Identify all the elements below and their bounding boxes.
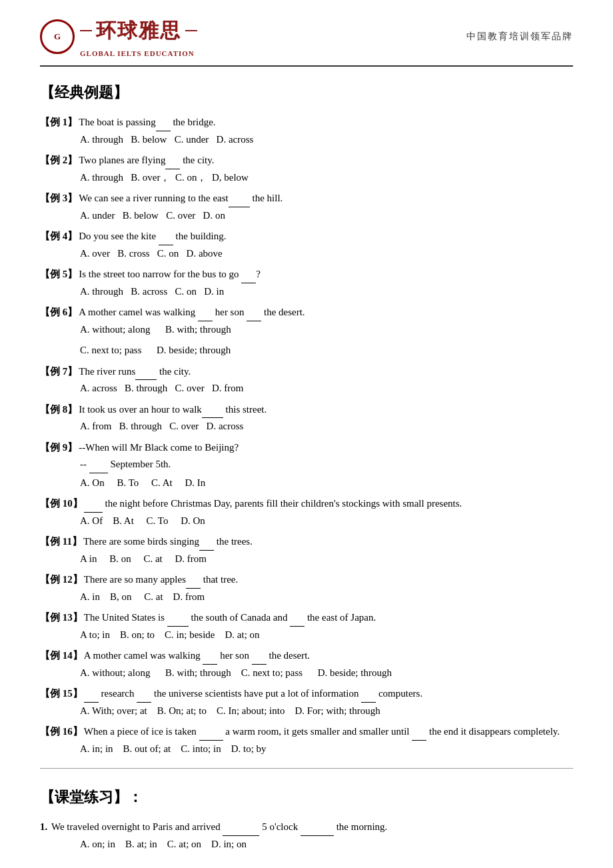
header-slogan: 中国教育培训领军品牌 — [466, 29, 573, 45]
question-3-line: 【例 3】 We can see a river running to the … — [40, 190, 573, 207]
question-5: 【例 5】 Is the street too narrow for the b… — [40, 266, 573, 300]
question-7-line: 【例 7】 The river runs the city. — [40, 363, 573, 381]
q14-text: A mother camel was walking her son the d… — [84, 647, 573, 665]
question-12: 【例 12】 There are so many apples that tre… — [40, 571, 573, 605]
section1-title: 【经典例题】 — [40, 80, 573, 105]
logo-english: GLOBAL IELTS EDUCATION — [80, 47, 197, 60]
question-14-line: 【例 14】 A mother camel was walking her so… — [40, 647, 573, 665]
q10-options: A. Of B. At C. To D. On — [80, 513, 573, 530]
question-9: 【例 9】 --When will Mr Black come to Beiji… — [40, 439, 573, 492]
q15-label: 【例 15】 — [40, 685, 83, 703]
q6-options-a: A. without; along B. with; through — [80, 321, 573, 339]
q13-options: A to; in B. on; to C. in; beside D. at; … — [80, 627, 573, 644]
q3-label: 【例 3】 — [40, 190, 77, 207]
q1-text: The boat is passing the bridge. — [79, 114, 573, 131]
q16-label: 【例 16】 — [40, 723, 83, 741]
q2-options: A. through B. over， C. on， D, below — [80, 169, 573, 187]
q9-label: 【例 9】 — [40, 439, 77, 457]
q1-options: A. through B. below C. under D. across — [80, 131, 573, 149]
q10-label: 【例 10】 — [40, 495, 83, 513]
q12-text: There are so many apples that tree. — [84, 571, 573, 589]
q16-options: A. in; in B. out of; at C. into; in D. t… — [80, 741, 573, 758]
q13-label: 【例 13】 — [40, 609, 83, 627]
question-8-line: 【例 8】 It took us over an hour to walk th… — [40, 401, 573, 419]
question-3: 【例 3】 We can see a river running to the … — [40, 190, 573, 224]
logo-area: G 环球雅思 GLOBAL IELTS EDUCATION — [40, 13, 197, 60]
q10-text: the night before Christmas Day, parents … — [84, 495, 573, 513]
question-4: 【例 4】 Do you see the kite the building. … — [40, 228, 573, 262]
q11-text: There are some birds singing the trees. — [83, 533, 573, 551]
ex1-options: A. on; in B. at; in C. at; on D. in; on — [80, 836, 573, 853]
question-9-line: 【例 9】 --When will Mr Black come to Beiji… — [40, 439, 573, 457]
question-1: 【例 1】 The boat is passing the bridge. A.… — [40, 114, 573, 148]
question-7: 【例 7】 The river runs the city. A. across… — [40, 363, 573, 397]
question-10-line: 【例 10】 the night before Christmas Day, p… — [40, 495, 573, 513]
q12-label: 【例 12】 — [40, 571, 83, 589]
ex1-label: 1. — [40, 819, 47, 836]
logo-text-area: 环球雅思 GLOBAL IELTS EDUCATION — [80, 13, 197, 60]
q2-label: 【例 2】 — [40, 152, 77, 169]
question-8: 【例 8】 It took us over an hour to walk th… — [40, 401, 573, 435]
q5-text: Is the street too narrow for the bus to … — [79, 266, 573, 283]
q6-label: 【例 6】 — [40, 304, 77, 321]
question-1-line: 【例 1】 The boat is passing the bridge. — [40, 114, 573, 131]
question-6: 【例 6】 A mother camel was walking her son… — [40, 304, 573, 359]
q3-options: A. under B. below C. over D. on — [80, 207, 573, 225]
logo-g-letter: G — [54, 29, 61, 44]
q5-options: A. through B. across C. on D. in — [80, 283, 573, 301]
q11-label: 【例 11】 — [40, 533, 82, 551]
q3-text: We can see a river running to the east t… — [79, 190, 573, 207]
q12-options: A. in B, on C. at D. from — [80, 589, 573, 606]
logo-icon: G — [40, 19, 75, 54]
exercise-1: 1. We traveled overnight to Paris and ar… — [40, 819, 573, 853]
q14-options: A. without; along B. with; through C. ne… — [80, 665, 573, 682]
question-16: 【例 16】 When a piece of ice is taken a wa… — [40, 723, 573, 757]
question-13: 【例 13】 The United States is the south of… — [40, 609, 573, 643]
q6-options-c: C. next to; pass D. beside; through — [80, 342, 573, 359]
q9-text: --When will Mr Black come to Beijing? — [79, 439, 573, 457]
q6-text: A mother camel was walking her son the d… — [79, 304, 573, 321]
logo-right-line — [185, 30, 197, 31]
logo-left-line — [80, 30, 92, 31]
q9-options: A. On B. To C. At D. In — [80, 475, 573, 492]
question-6-line: 【例 6】 A mother camel was walking her son… — [40, 304, 573, 321]
question-2-line: 【例 2】 Two planes are flying the city. — [40, 152, 573, 169]
question-2: 【例 2】 Two planes are flying the city. A.… — [40, 152, 573, 186]
page-header: G 环球雅思 GLOBAL IELTS EDUCATION 中国教育培训领军品牌 — [40, 13, 573, 67]
logo-chinese: 环球雅思 — [96, 13, 181, 47]
ex1-line: 1. We traveled overnight to Paris and ar… — [40, 819, 573, 836]
q5-label: 【例 5】 — [40, 266, 77, 283]
q9-subtext: -- September 5th. — [80, 456, 573, 473]
q1-label: 【例 1】 — [40, 114, 77, 131]
q7-options: A. across B. through C. over D. from — [80, 380, 573, 397]
q14-label: 【例 14】 — [40, 647, 83, 665]
question-4-line: 【例 4】 Do you see the kite the building. — [40, 228, 573, 245]
q8-text: It took us over an hour to walk this str… — [79, 401, 573, 419]
question-15: 【例 15】 research the universe scientists … — [40, 685, 573, 719]
question-15-line: 【例 15】 research the universe scientists … — [40, 685, 573, 703]
q15-text: research the universe scientists have pu… — [84, 685, 573, 703]
section2-title: 【课堂练习】： — [40, 785, 573, 809]
question-10: 【例 10】 the night before Christmas Day, p… — [40, 495, 573, 529]
question-11: 【例 11】 There are some birds singing the … — [40, 533, 573, 567]
question-16-line: 【例 16】 When a piece of ice is taken a wa… — [40, 723, 573, 741]
q8-label: 【例 8】 — [40, 401, 77, 419]
question-12-line: 【例 12】 There are so many apples that tre… — [40, 571, 573, 589]
question-14: 【例 14】 A mother camel was walking her so… — [40, 647, 573, 681]
q7-label: 【例 7】 — [40, 363, 77, 381]
question-11-line: 【例 11】 There are some birds singing the … — [40, 533, 573, 551]
q7-text: The river runs the city. — [79, 363, 573, 381]
q15-options: A. With; over; at B. On; at; to C. In; a… — [80, 703, 573, 720]
q13-text: The United States is the south of Canada… — [84, 609, 573, 627]
q16-text: When a piece of ice is taken a warm room… — [84, 723, 573, 741]
q11-options: A in B. on C. at D. from — [80, 551, 573, 568]
q4-label: 【例 4】 — [40, 228, 77, 245]
q8-options: A. from B. through C. over D. across — [80, 418, 573, 435]
question-5-line: 【例 5】 Is the street too narrow for the b… — [40, 266, 573, 283]
question-13-line: 【例 13】 The United States is the south of… — [40, 609, 573, 627]
ex1-text: We traveled overnight to Paris and arriv… — [51, 819, 573, 836]
q4-options: A. over B. cross C. on D. above — [80, 245, 573, 263]
q2-text: Two planes are flying the city. — [79, 152, 573, 169]
q4-text: Do you see the kite the building. — [79, 228, 573, 245]
